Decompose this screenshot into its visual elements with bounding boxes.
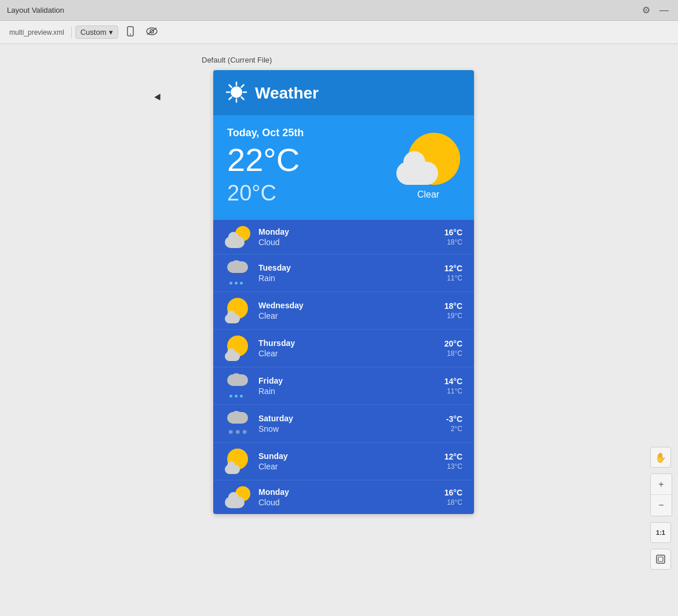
weather-title: Weather	[255, 84, 319, 103]
forecast-icon-0	[225, 226, 250, 248]
forecast-icon-7	[225, 486, 250, 508]
title-bar-controls: ⚙ —	[640, 3, 671, 17]
svg-line-10	[229, 85, 232, 88]
forecast-row-6: Sunday Clear 12°C 13°C	[213, 442, 474, 480]
fit-screen-button[interactable]	[650, 549, 671, 570]
forecast-temps-7: 16°C 18°C	[444, 488, 462, 506]
forecast-day-3: Thursday	[258, 338, 436, 348]
forecast-temps-1: 12°C 11°C	[444, 264, 462, 282]
forecast-temp-high-4: 14°C	[444, 377, 462, 386]
toolbar: multi_preview.xml Custom ▾	[0, 21, 678, 44]
forecast-condition-0: Cloud	[258, 238, 436, 247]
forecast-condition-4: Rain	[258, 387, 436, 396]
settings-button[interactable]: ⚙	[640, 3, 653, 17]
forecast-day-1: Tuesday	[258, 263, 436, 272]
forecast-temp-high-1: 12°C	[444, 264, 462, 273]
forecast-condition-5: Snow	[258, 424, 438, 433]
svg-line-12	[242, 85, 244, 88]
forecast-info-5: Saturday Snow	[258, 414, 438, 433]
forecast-temps-4: 14°C 11°C	[444, 377, 462, 395]
forecast-temps-5: -3°C 2°C	[446, 414, 462, 433]
today-temp-main: 22°C	[227, 144, 304, 176]
forecast-temp-low-6: 13°C	[447, 462, 462, 471]
forecast-row-1: Tuesday Rain 12°C 11°C	[213, 254, 474, 291]
hand-tool-button[interactable]: ✋	[650, 447, 671, 468]
forecast-temp-high-6: 12°C	[444, 452, 462, 461]
title-bar: Layout Validation ⚙ —	[0, 0, 678, 21]
forecast-info-2: Wednesday Clear	[258, 301, 436, 320]
zoom-out-button[interactable]: −	[651, 495, 672, 516]
weather-header: Weather	[213, 70, 474, 115]
svg-line-11	[242, 97, 244, 100]
weather-card-wrapper: Weather Today, Oct 25th 22°C 20°C Clear	[213, 70, 474, 514]
svg-line-13	[229, 97, 232, 100]
forecast-row-4: Friday Rain 14°C 11°C	[213, 367, 474, 404]
preview-label: Default (Current File)	[202, 56, 272, 64]
zoom-in-button[interactable]: +	[651, 474, 672, 495]
forecast-temps-2: 18°C 19°C	[444, 301, 462, 320]
forecast-info-7: Monday Cloud	[258, 487, 436, 507]
forecast-day-4: Friday	[258, 376, 436, 385]
toolbar-separator	[71, 27, 72, 38]
weather-today: Today, Oct 25th 22°C 20°C Clear	[213, 115, 474, 220]
today-condition: Clear	[417, 189, 439, 200]
dropdown-label: Custom	[81, 28, 107, 37]
svg-point-1	[130, 34, 131, 35]
forecast-temps-6: 12°C 13°C	[444, 452, 462, 471]
forecast-row-0: Monday Cloud 16°C 18°C	[213, 220, 474, 254]
forecast-info-4: Friday Rain	[258, 376, 436, 396]
forecast-temp-high-5: -3°C	[446, 414, 462, 424]
forecast-icon-6	[225, 449, 250, 474]
forecast-condition-6: Clear	[258, 462, 436, 471]
svg-rect-14	[657, 555, 665, 563]
filename-label: multi_preview.xml	[6, 27, 68, 38]
weather-forecast: Monday Cloud 16°C 18°C	[213, 220, 474, 514]
main-content: Default (Current File)	[0, 44, 678, 616]
forecast-row-7: Monday Cloud 16°C 18°C	[213, 480, 474, 514]
forecast-temp-low-3: 18°C	[447, 349, 462, 358]
ratio-button[interactable]: 1:1	[650, 522, 671, 543]
today-info-right: Clear	[396, 133, 460, 200]
today-temp-secondary: 20°C	[227, 181, 304, 206]
forecast-icon-5: ✻ ✻ ✻	[225, 411, 250, 436]
today-info-left: Today, Oct 25th 22°C 20°C	[227, 127, 304, 206]
forecast-temp-low-0: 18°C	[447, 238, 462, 246]
forecast-temps-0: 16°C 18°C	[444, 228, 462, 246]
svg-rect-15	[658, 557, 663, 562]
forecast-row-3: Thursday Clear 20°C 18°C	[213, 329, 474, 367]
forecast-condition-7: Cloud	[258, 498, 436, 507]
forecast-temp-low-5: 2°C	[451, 425, 462, 433]
forecast-icon-4	[225, 373, 250, 399]
custom-dropdown[interactable]: Custom ▾	[75, 25, 118, 39]
forecast-info-1: Tuesday Rain	[258, 263, 436, 283]
eye-button[interactable]	[143, 25, 161, 40]
forecast-day-0: Monday	[258, 227, 436, 236]
minimize-button[interactable]: —	[657, 3, 671, 17]
forecast-temp-high-3: 20°C	[444, 339, 462, 348]
forecast-temps-3: 20°C 18°C	[444, 339, 462, 358]
forecast-day-6: Sunday	[258, 451, 436, 461]
right-tools-panel: ✋ + − 1:1	[650, 447, 672, 570]
today-date: Today, Oct 25th	[227, 127, 304, 139]
forecast-day-5: Saturday	[258, 414, 438, 423]
forecast-day-2: Wednesday	[258, 301, 436, 310]
forecast-temp-low-2: 19°C	[447, 312, 462, 320]
device-button[interactable]	[122, 24, 139, 41]
svg-point-5	[231, 86, 242, 98]
forecast-temp-low-4: 11°C	[447, 387, 462, 395]
cursor-indicator	[154, 94, 163, 103]
forecast-temp-high-7: 16°C	[444, 488, 462, 497]
forecast-condition-1: Rain	[258, 274, 436, 283]
forecast-temp-low-1: 11°C	[447, 274, 462, 282]
forecast-info-0: Monday Cloud	[258, 227, 436, 247]
forecast-icon-2	[225, 298, 250, 323]
forecast-condition-3: Clear	[258, 349, 436, 358]
forecast-info-3: Thursday Clear	[258, 338, 436, 358]
forecast-temp-high-2: 18°C	[444, 301, 462, 311]
forecast-temp-low-7: 18°C	[447, 498, 462, 506]
forecast-row-5: ✻ ✻ ✻ Saturday Snow -3°C 2°C	[213, 404, 474, 442]
chevron-down-icon: ▾	[109, 28, 113, 37]
app-title: Layout Validation	[7, 6, 64, 14]
sun-header-icon	[225, 81, 248, 106]
today-weather-icon	[396, 133, 460, 185]
